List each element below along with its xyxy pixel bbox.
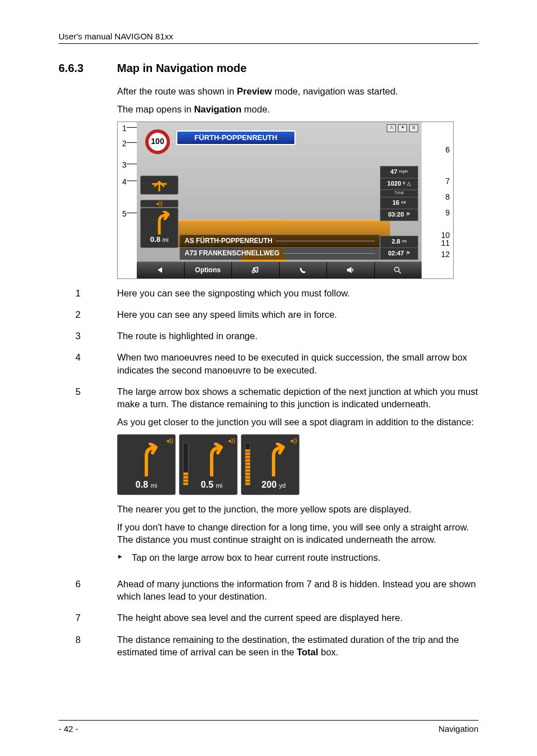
callout-7: 7 [445,176,450,187]
turn-distance: 0.8 mi [150,235,168,245]
speed-limit-sign: 100 [145,129,170,154]
list-7-num: 7 [59,611,117,624]
list-4-num: 4 [59,351,117,376]
list-1-num: 1 [59,287,117,299]
dest-dist-value: 2.8 [392,237,400,246]
volume-button[interactable] [327,262,375,278]
section-number: 6.6.3 [59,62,117,75]
sound-icon: ◂)) [166,436,173,445]
list-6-num: 6 [59,578,117,603]
gps-icon: ✶ [398,124,407,132]
street2-label: A73 FRANKENSCHNELLWEG [185,249,280,258]
intro-1-post: mode, navigation was started. [272,86,398,96]
list-2-text: Here you can see any speed limits which … [117,308,478,321]
distance-examples: ◂)) 0.8 mi ◂)) 0.5 mi ◂)) [117,434,478,495]
total-time-value: 03:20 [388,210,404,219]
callout-12: 12 [441,249,450,260]
intro-2-post: mode. [241,104,270,114]
speed-unit: mph [399,169,408,175]
list-5-p2: As you get closer to the junction you wi… [117,416,478,428]
callouts-left: 1 2 3 4 5 [118,122,137,278]
second-manoeuvre-box[interactable] [140,176,178,195]
list-5-p1: The large arrow box shows a schematic de… [117,385,478,411]
footer-rule [59,720,478,721]
list-6-text: Ahead of many junctions the information … [117,578,478,603]
intro-line-1: After the route was shown in Preview mod… [117,85,478,97]
street1-label: AS FÜRTH-POPPENREUTH [185,236,272,245]
ex2-value: 0.5 [201,480,213,489]
ex3-value: 200 [262,480,277,489]
svg-point-0 [395,267,399,272]
callout-1: 1 [122,123,127,134]
nav-screenshot: FÜRTH-POPPENREUTH 100 ⚠ ✶ S ◂)) 0.8 mi 4… [117,122,454,279]
callout-6: 6 [445,145,450,155]
sound-icon: ◂)) [228,436,235,445]
callout-3: 3 [122,160,127,170]
callout-9: 9 [445,208,450,218]
turn-distance-value: 0.8 [150,235,160,244]
signpost: FÜRTH-POPPENREUTH [176,130,296,145]
sound-icon: ◂)) [290,436,297,445]
dest-dist-unit: mi [402,238,406,245]
next-street-1: AS FÜRTH-POPPENREUTH [180,235,380,248]
s-icon: S [409,124,418,132]
ex1-unit: mi [151,482,158,489]
list-3-text: The route is highlighted in orange. [117,330,478,342]
music-button[interactable] [232,262,280,278]
total-dist-unit: mi [401,200,405,206]
phone-button[interactable] [280,262,328,278]
list-5-p4: If you don't have to change direction fo… [117,521,478,546]
ex2-unit: mi [216,482,223,489]
dest-distance-box: 2.8mi [380,236,418,248]
flag-icon: ⚑ [406,211,410,218]
turn-distance-unit: mi [163,237,169,243]
back-button[interactable] [137,262,185,278]
intro-2-bold: Navigation [194,104,241,114]
speed-value: 47 [391,168,397,176]
callout-5: 5 [122,209,127,219]
example-tile-2: ◂)) 0.5 mi [179,434,238,495]
list-5-bullet: Tap on the large arrow box to hear curre… [132,551,478,564]
warning-icon: ⚠ [387,124,396,132]
ex3-unit: yd [279,482,286,489]
altitude-unit: ft [403,181,405,187]
dest-time-box: 02:47⚑ [380,248,418,260]
intro-line-2: The map opens in Navigation mode. [117,103,478,115]
intro-2-pre: The map opens in [117,104,194,114]
callouts-right: 6 7 8 9 10 11 12 [422,122,453,278]
intro-1-bold: Preview [237,86,272,96]
list-7-text: The height above sea level and the curre… [117,611,478,624]
altitude-box: 1020ft△ [380,178,418,190]
options-button[interactable]: Options [185,262,232,278]
callout-11: 11 [441,238,450,249]
list-5-p3: The nearer you get to the junction, the … [117,503,478,515]
list-4-text: When two manoeuvres need to be executed … [117,351,478,376]
dest-stack: 2.8mi 02:47⚑ [380,236,418,259]
header-text: User's manual NAVIGON 81xx [59,32,478,41]
list-8-text: The distance remaining to the destinatio… [117,633,478,659]
altitude-value: 1020 [387,179,401,188]
list-8-num: 8 [59,633,117,659]
top-status-icons: ⚠ ✶ S [387,124,418,132]
callout-4: 4 [122,177,127,187]
progress-bar-2 [183,443,189,485]
voice-icon: ◂)) [140,200,178,208]
total-dist-value: 16 [392,199,399,207]
example-tile-1: ◂)) 0.8 mi [117,434,176,495]
total-label: Total [380,190,418,197]
list-8-pre: The distance remaining to the destinatio… [117,634,459,657]
search-button[interactable] [375,262,422,278]
example-tile-3: ◂)) 200 yd [241,434,299,495]
progress-bar-3 [245,443,250,485]
footer-section: Navigation [438,724,478,734]
ex1-value: 0.8 [136,480,148,489]
bullet-icon: ► [117,551,132,561]
total-distance-box: 16mi [380,197,418,209]
callout-8: 8 [445,192,450,202]
section-title: Map in Navigation mode [117,62,247,75]
header-rule [59,43,478,44]
large-arrow-box[interactable]: 0.8 mi [140,208,178,248]
list-3-num: 3 [59,330,117,342]
list-8-bold: Total [297,647,318,657]
page-number: - 42 - [59,724,78,734]
